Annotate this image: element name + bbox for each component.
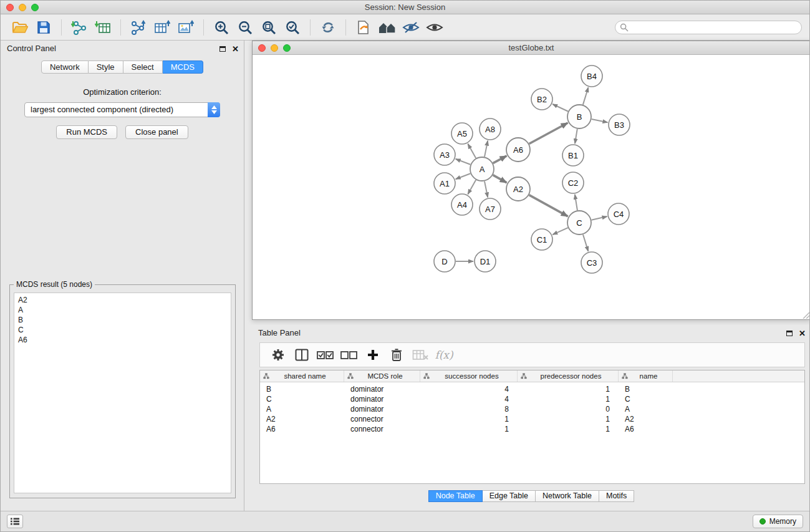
close-panel-button[interactable]: Close panel (125, 125, 188, 139)
minimize-window-button[interactable] (19, 4, 26, 11)
delete-column-button[interactable] (385, 345, 408, 365)
export-image-button[interactable] (174, 17, 198, 37)
column-header-shared-name[interactable]: shared name (260, 370, 344, 382)
table-row[interactable]: A2connector11A2 (260, 414, 804, 424)
graph-node-C1[interactable]: C1 (531, 229, 552, 250)
network-zoom-button[interactable] (283, 44, 291, 52)
graph-node-D1[interactable]: D1 (475, 251, 496, 272)
graph-node-B[interactable]: B (567, 105, 591, 128)
graph-node-B4[interactable]: B4 (581, 65, 602, 87)
column-header-successor-nodes[interactable]: successor nodes (420, 370, 518, 382)
graph-edge-A-A1[interactable] (456, 173, 471, 179)
export-network-button[interactable] (127, 17, 150, 37)
graph-node-C4[interactable]: C4 (608, 203, 629, 225)
graph-edge-A2-C[interactable] (529, 195, 568, 216)
graph-node-A4[interactable]: A4 (451, 194, 473, 215)
tab-style[interactable]: Style (89, 60, 123, 74)
float-panel-icon[interactable] (219, 46, 226, 52)
close-table-panel-icon[interactable]: ✕ (799, 329, 806, 337)
graph-node-C[interactable]: C (567, 211, 591, 235)
table-settings-button[interactable] (266, 345, 290, 365)
graph-node-A1[interactable]: A1 (434, 173, 455, 194)
table-row[interactable]: A6connector11A6 (260, 424, 804, 434)
table-row[interactable]: Cdominator41C (260, 394, 804, 404)
import-table-button[interactable] (91, 17, 115, 37)
tab-network[interactable]: Network (41, 60, 89, 74)
run-mcds-button[interactable]: Run MCDS (56, 125, 117, 139)
network-minimize-button[interactable] (271, 44, 278, 52)
graph-edge-A6-B[interactable] (529, 123, 568, 144)
graph-node-A5[interactable]: A5 (451, 123, 473, 144)
zoom-window-button[interactable] (31, 4, 39, 11)
import-network-button[interactable] (67, 17, 91, 37)
tab-mcds[interactable]: MCDS (163, 60, 203, 74)
graph-edge-A-A4[interactable] (468, 180, 476, 194)
tab-node-table[interactable]: Node Table (428, 490, 483, 502)
tab-motifs[interactable]: Motifs (599, 490, 634, 502)
search-field[interactable] (615, 21, 802, 34)
graph-node-D[interactable]: D (434, 251, 455, 272)
graph-node-A7[interactable]: A7 (480, 198, 501, 220)
save-session-button[interactable] (32, 17, 55, 37)
column-header-name[interactable]: name (619, 370, 673, 382)
column-header-predecessor-nodes[interactable]: predecessor nodes (518, 370, 619, 382)
export-table-button[interactable] (150, 17, 174, 37)
graph-node-B3[interactable]: B3 (609, 114, 630, 135)
network-canvas[interactable]: B4B2BB3A5A8A6B1A3AC2A1A2A4A7C4CC1C3DD1 (253, 55, 810, 320)
table-row[interactable]: Adominator80A (260, 404, 804, 414)
table-row[interactable]: Bdominator41B (260, 384, 804, 394)
graph-edge-C-C3[interactable] (583, 235, 588, 251)
graph-edge-C-C2[interactable] (575, 195, 577, 210)
graph-node-A6[interactable]: A6 (506, 138, 530, 162)
graph-edge-C-C4[interactable] (592, 216, 607, 220)
panel-list-button[interactable] (7, 515, 23, 528)
open-session-button[interactable] (8, 17, 32, 37)
graph-edge-A-A2[interactable] (493, 175, 507, 183)
zoom-fit-button[interactable] (257, 17, 281, 37)
column-header-MCDS-role[interactable]: MCDS role (344, 370, 420, 382)
search-input[interactable] (629, 22, 801, 33)
home-button[interactable] (375, 17, 399, 37)
graph-edge-A-A7[interactable] (485, 181, 488, 198)
network-close-button[interactable] (258, 44, 266, 52)
zoom-out-button[interactable] (233, 17, 257, 37)
mcds-result-list[interactable]: A2ABCA6 (14, 293, 231, 493)
float-table-panel-icon[interactable] (786, 331, 793, 336)
graph-edge-A-A6[interactable] (493, 156, 507, 163)
network-canvas-area[interactable]: B4B2BB3A5A8A6B1A3AC2A1A2A4A7C4CC1C3DD1 (253, 55, 810, 319)
graph-edge-B-B1[interactable] (575, 129, 577, 144)
add-column-button[interactable] (361, 345, 385, 365)
show-columns-button[interactable] (290, 345, 314, 365)
graph-edge-B-B2[interactable] (552, 104, 568, 112)
graph-edge-C-C1[interactable] (552, 228, 568, 235)
close-window-button[interactable] (6, 4, 14, 11)
tab-select[interactable]: Select (123, 60, 163, 74)
tab-edge-table[interactable]: Edge Table (483, 490, 536, 502)
graph-edge-B-B4[interactable] (583, 87, 589, 105)
graph-edge-A-A5[interactable] (468, 144, 476, 158)
zoom-selected-button[interactable] (281, 17, 304, 37)
graph-node-C2[interactable]: C2 (562, 172, 584, 193)
tab-network-table[interactable]: Network Table (536, 490, 599, 502)
graph-node-A[interactable]: A (470, 157, 494, 181)
refresh-layout-button[interactable] (316, 17, 340, 37)
graph-node-B1[interactable]: B1 (562, 145, 584, 166)
unselect-all-button[interactable] (337, 345, 361, 365)
graph-edge-A-A3[interactable] (456, 159, 471, 165)
hide-eye-button[interactable] (399, 17, 423, 37)
show-eye-button[interactable] (423, 17, 446, 37)
close-panel-icon[interactable]: ✕ (232, 45, 239, 53)
graph-node-A8[interactable]: A8 (480, 118, 501, 140)
graph-node-A3[interactable]: A3 (434, 144, 455, 165)
graph-node-C3[interactable]: C3 (581, 252, 602, 273)
graph-node-A2[interactable]: A2 (506, 177, 530, 201)
resize-grip[interactable] (802, 311, 809, 319)
graph-edge-A-A8[interactable] (485, 141, 488, 157)
zoom-in-button[interactable] (210, 17, 233, 37)
graph-node-B2[interactable]: B2 (531, 89, 552, 110)
session-document-button[interactable] (352, 17, 375, 37)
select-all-button[interactable] (314, 345, 337, 365)
criterion-dropdown[interactable]: largest connected component (directed) (24, 102, 220, 117)
graph-edge-B-B3[interactable] (592, 119, 608, 122)
memory-button[interactable]: Memory (753, 515, 803, 528)
